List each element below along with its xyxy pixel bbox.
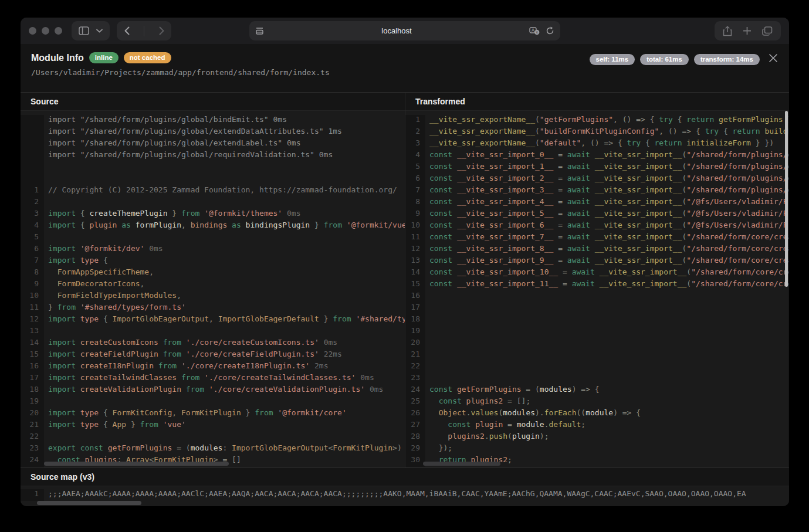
line-number: 10: [405, 221, 425, 232]
line-number: 12: [21, 314, 44, 326]
line-number: 9: [405, 209, 425, 221]
line-number: 7: [405, 185, 425, 197]
reader-icon[interactable]: [255, 27, 264, 35]
source-code-area: import "/shared/form/plugins/global/bind…: [21, 111, 405, 467]
reload-icon[interactable]: [546, 26, 554, 35]
chevron-down-icon[interactable]: [96, 29, 103, 33]
line-number: 1: [21, 185, 44, 197]
line-number: 20: [405, 338, 425, 350]
code-line: 29 });: [405, 443, 788, 455]
code-line: 3import { createThemePlugin } from '@for…: [21, 209, 405, 221]
code-line: 13const __vite_ssr_import_9__ = await __…: [405, 256, 788, 267]
line-number: 22: [405, 361, 425, 373]
line-content: __vite_ssr_exportName__("default", () =>…: [425, 138, 774, 150]
back-button[interactable]: [117, 21, 137, 40]
line-number: 7: [21, 256, 44, 267]
sidebar-icon[interactable]: [79, 26, 89, 35]
line-content: const __vite_ssr_import_10__ = await __v…: [425, 267, 788, 279]
line-content: const __vite_ssr_import_0__ = await __vi…: [425, 150, 788, 162]
line-content: [44, 162, 48, 174]
forward-button[interactable]: [151, 21, 171, 40]
line-content: [44, 326, 48, 338]
code-line: 17import createTailwindClasses from './c…: [21, 373, 405, 385]
code-line: 19: [405, 326, 788, 338]
sidebar-button-group: [72, 21, 110, 40]
line-number: 21: [21, 420, 44, 432]
window-actions-group: [715, 21, 781, 40]
code-line: 25 const plugins2 = [];: [405, 397, 788, 408]
line-number: 5: [405, 162, 425, 174]
line-content: import createFieldPlugin from './core/cr…: [44, 350, 342, 361]
line-content: const __vite_ssr_import_9__ = await __vi…: [425, 256, 788, 267]
line-content: const __vite_ssr_import_2__ = await __vi…: [425, 174, 788, 185]
line-content: import { createThemePlugin } from '@form…: [44, 209, 301, 221]
transformed-panel-title: Transformed: [405, 93, 788, 111]
code-line: 1__vite_ssr_exportName__("getFormPlugins…: [405, 115, 788, 127]
line-content: import type { App } from 'vue': [44, 420, 186, 432]
transformed-panel: Transformed 1__vite_ssr_exportName__("ge…: [405, 93, 788, 467]
line-number: 23: [21, 443, 44, 455]
line-content: });: [425, 443, 452, 455]
close-icon[interactable]: [767, 52, 780, 65]
source-horizontal-scrollbar[interactable]: [44, 462, 229, 466]
line-number: 30: [405, 455, 425, 467]
code-line: 15const __vite_ssr_import_11__ = await _…: [405, 279, 788, 291]
close-window-button[interactable]: [29, 27, 36, 35]
line-number: 19: [21, 397, 44, 408]
line-content: import type {: [44, 256, 108, 267]
line-content: [425, 361, 429, 373]
code-line: 14import createCustomIcons from './core/…: [21, 338, 405, 350]
transformed-vertical-scrollbar[interactable]: [785, 111, 788, 287]
total-time-badge: total: 61ms: [640, 54, 689, 65]
line-content: const __vite_ssr_import_5__ = await __vi…: [425, 209, 788, 221]
line-number: 16: [21, 361, 44, 373]
sourcemap-title: Source map (v3): [21, 468, 789, 486]
nav-divider: [144, 26, 144, 36]
code-line: 23export const getFormPlugins = (modules…: [21, 443, 405, 455]
code-line: 20: [405, 338, 788, 350]
address-bar[interactable]: localhost Ax: [249, 21, 560, 40]
line-number: 21: [405, 350, 425, 361]
line-number: 10: [21, 291, 44, 303]
new-tab-icon[interactable]: [743, 26, 752, 35]
code-line: 21: [405, 350, 788, 361]
transform-time-badge: transform: 14ms: [694, 54, 760, 65]
page-title: Module Info: [31, 53, 84, 63]
line-content: const __vite_ssr_import_4__ = await __vi…: [425, 197, 788, 209]
code-line: 6import '@formkit/dev' 0ms: [21, 244, 405, 256]
source-panel-title: Source: [21, 93, 405, 111]
sourcemap-horizontal-scrollbar[interactable]: [37, 501, 141, 505]
line-content: [425, 314, 429, 326]
line-content: const plugins2 = [];: [425, 397, 530, 408]
line-number: 6: [21, 244, 44, 256]
minimize-window-button[interactable]: [42, 27, 49, 35]
code-line: 3__vite_ssr_exportName__("default", () =…: [405, 138, 788, 150]
transformed-horizontal-scrollbar[interactable]: [423, 462, 500, 466]
line-number: [21, 115, 44, 127]
module-info-header: Module Info inline not cached /Users/vla…: [21, 44, 789, 92]
line-content: import "/shared/form/plugins/global/requ…: [44, 150, 333, 162]
line-number: [21, 127, 44, 138]
line-number: 8: [21, 267, 44, 279]
code-line: 28 plugins2.push(plugin);: [405, 432, 788, 443]
share-icon[interactable]: [723, 26, 732, 36]
line-number: 8: [405, 197, 425, 209]
line-content: [44, 174, 48, 185]
line-number: 16: [405, 291, 425, 303]
line-number: 9: [21, 279, 44, 291]
code-line: 24const getFormPlugins = (modules) => {: [405, 385, 788, 397]
code-line: 1;;;AAEA;AAAkC;AAAA;AAAA;AAAA;AAClC;AAEA…: [21, 489, 789, 501]
zoom-window-button[interactable]: [55, 27, 62, 35]
line-content: [425, 373, 429, 385]
line-number: [21, 174, 44, 185]
code-line: 19: [21, 397, 405, 408]
tab-overview-icon[interactable]: [762, 26, 773, 36]
translate-icon[interactable]: Ax: [529, 27, 540, 35]
timing-badges: self: 11ms total: 61ms transform: 14ms: [590, 54, 760, 65]
line-content: // Copyright (C) 2012-2025 Zammad Founda…: [44, 185, 397, 197]
line-content: [425, 350, 429, 361]
line-content: } from '#shared/types/form.ts': [44, 303, 186, 314]
source-panel: Source import "/shared/form/plugins/glob…: [21, 93, 405, 467]
line-number: 17: [21, 373, 44, 385]
line-content: import createCustomIcons from './core/cr…: [44, 338, 337, 350]
